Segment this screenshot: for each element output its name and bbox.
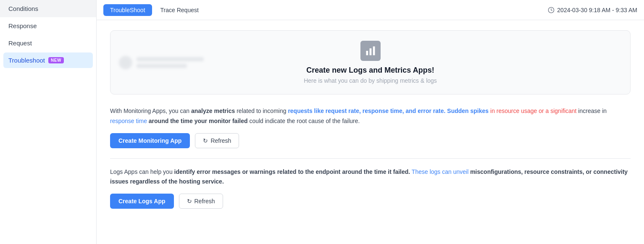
svg-rect-2 <box>369 48 371 55</box>
datetime-text: 2024-03-30 9:18 AM - 9:33 AM <box>557 7 637 13</box>
card-placeholder <box>119 56 204 69</box>
monitoring-bold-1: analyze metrics <box>191 108 235 114</box>
new-badge: NEW <box>48 57 64 63</box>
empty-state-title: Create new Logs and Metrics Apps! <box>306 66 434 75</box>
content-area: Create new Logs and Metrics Apps! Here i… <box>97 20 644 244</box>
placeholder-line-1 <box>137 57 204 61</box>
monitoring-actions: Create Monitoring App ↻ Refresh <box>110 133 631 148</box>
sidebar-item-conditions[interactable]: Conditions <box>0 0 96 17</box>
create-monitoring-app-button[interactable]: Create Monitoring App <box>110 133 190 148</box>
logs-actions: Create Logs App ↻ Refresh <box>110 194 631 209</box>
monitoring-blue-2: response time <box>110 118 147 124</box>
tab-troubleshoot[interactable]: TroubleShoot <box>103 4 152 16</box>
monitoring-description: With Monitoring Apps, you can analyze me… <box>110 106 631 126</box>
monitoring-section: With Monitoring Apps, you can analyze me… <box>110 106 631 148</box>
placeholder-avatar <box>119 56 132 69</box>
refresh-icon-logs: ↻ <box>187 198 192 205</box>
placeholder-lines <box>137 57 204 68</box>
logs-bold-1: identify error messages or warnings rela… <box>174 168 410 175</box>
monitoring-bold-2: around the time your monitor failed <box>149 118 248 124</box>
svg-rect-3 <box>373 47 375 55</box>
logs-blue-1: These logs can unveil <box>412 168 468 175</box>
logs-section: Logs Apps can help you identify error me… <box>110 167 631 209</box>
empty-state-subtitle: Here is what you can do by shipping metr… <box>304 77 437 84</box>
tab-bar: TroubleShoot Trace Request 2024-03-30 9:… <box>97 0 644 20</box>
monitoring-blue-1: requests like request rate, response tim… <box>288 108 489 114</box>
svg-rect-1 <box>366 51 368 55</box>
datetime-display: 2024-03-30 9:18 AM - 9:33 AM <box>548 7 637 13</box>
sidebar-item-troubleshoot[interactable]: Troubleshoot NEW <box>3 52 93 68</box>
logs-refresh-button[interactable]: ↻ Refresh <box>179 194 223 209</box>
clock-icon <box>548 7 555 13</box>
monitoring-refresh-button[interactable]: ↻ Refresh <box>195 133 239 148</box>
tabs: TroubleShoot Trace Request <box>103 4 205 16</box>
main-content: TroubleShoot Trace Request 2024-03-30 9:… <box>97 0 644 244</box>
monitoring-red-1: in resource usage or a significant <box>490 108 576 114</box>
tab-trace-request[interactable]: Trace Request <box>154 4 205 16</box>
sidebar-item-response[interactable]: Response <box>0 17 96 34</box>
logs-description: Logs Apps can help you identify error me… <box>110 167 631 187</box>
create-logs-app-button[interactable]: Create Logs App <box>110 194 174 209</box>
sidebar-item-request[interactable]: Request <box>0 34 96 52</box>
section-divider <box>110 158 631 159</box>
empty-state-card: Create new Logs and Metrics Apps! Here i… <box>110 30 631 94</box>
sidebar-item-label: Response <box>8 22 37 29</box>
refresh-icon: ↻ <box>203 137 208 144</box>
sidebar-item-label: Conditions <box>8 5 38 12</box>
sidebar-item-label: Troubleshoot <box>8 57 45 64</box>
sidebar-item-label: Request <box>8 39 32 47</box>
bar-chart-icon <box>360 41 381 61</box>
sidebar: Conditions Response Request Troubleshoot… <box>0 0 97 244</box>
bar-chart-svg <box>365 45 376 57</box>
placeholder-line-2 <box>137 64 187 68</box>
